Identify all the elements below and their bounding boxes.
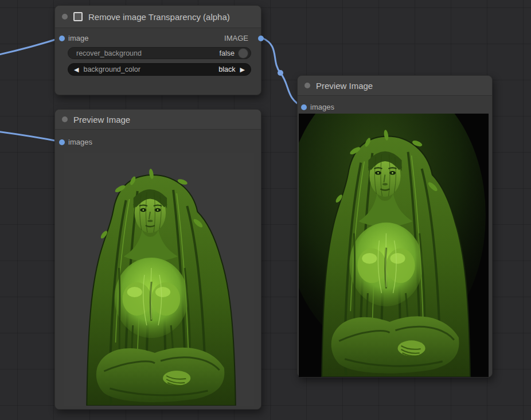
node-preview-image-right[interactable]: Preview Image images [297, 75, 493, 378]
toggle-knob-icon[interactable] [238, 48, 248, 59]
plant-woman-artwork [299, 114, 489, 377]
output-slot-image-label: IMAGE [224, 33, 248, 44]
node-preview-image-left[interactable]: Preview Image images [54, 109, 261, 410]
widget-value: black [218, 65, 235, 73]
widget-recover-background[interactable]: recover_background false [68, 47, 251, 59]
input-slot-images-dot[interactable] [301, 104, 307, 110]
collapse-dot-icon[interactable] [62, 116, 68, 122]
input-slot-image-label: image [68, 33, 88, 44]
input-slot-image-dot[interactable] [59, 36, 65, 41]
preview-image-transparent-bg [64, 153, 254, 406]
input-slot-images-dot[interactable] [59, 139, 65, 145]
node-title-bar[interactable]: Remove image Transparency (alpha) [55, 6, 261, 28]
input-slot-images-label: images [310, 102, 334, 112]
widget-name: recover_background [76, 49, 142, 57]
node-remove-image-transparency[interactable]: Remove image Transparency (alpha) image … [54, 5, 261, 95]
output-slot-image-dot[interactable] [258, 36, 264, 41]
link-to-image-input [0, 38, 61, 55]
combo-prev-icon[interactable]: ◀ [74, 67, 79, 73]
link-midpoint-dot [278, 70, 283, 76]
node-title: Preview Image [316, 81, 373, 91]
widget-value: false [220, 49, 235, 57]
node-title-bar[interactable]: Preview Image [55, 110, 261, 130]
combo-next-icon[interactable]: ▶ [240, 67, 245, 73]
preview-image-black-bg [299, 114, 489, 377]
node-title-bar[interactable]: Preview Image [298, 76, 492, 96]
widget-background-color[interactable]: ◀ background_color black ▶ [68, 63, 251, 76]
plant-woman-artwork [64, 153, 254, 406]
collapse-dot-icon[interactable] [62, 14, 68, 20]
collapse-dot-icon[interactable] [304, 83, 310, 88]
link-to-left-preview [0, 131, 61, 142]
node-graph-canvas[interactable]: Remove image Transparency (alpha) image … [0, 0, 531, 420]
node-title: Remove image Transparency (alpha) [88, 12, 230, 22]
node-box-icon [73, 12, 83, 21]
node-title: Preview Image [73, 115, 130, 125]
input-slot-images-label: images [68, 137, 92, 147]
widget-name: background_color [83, 65, 140, 73]
